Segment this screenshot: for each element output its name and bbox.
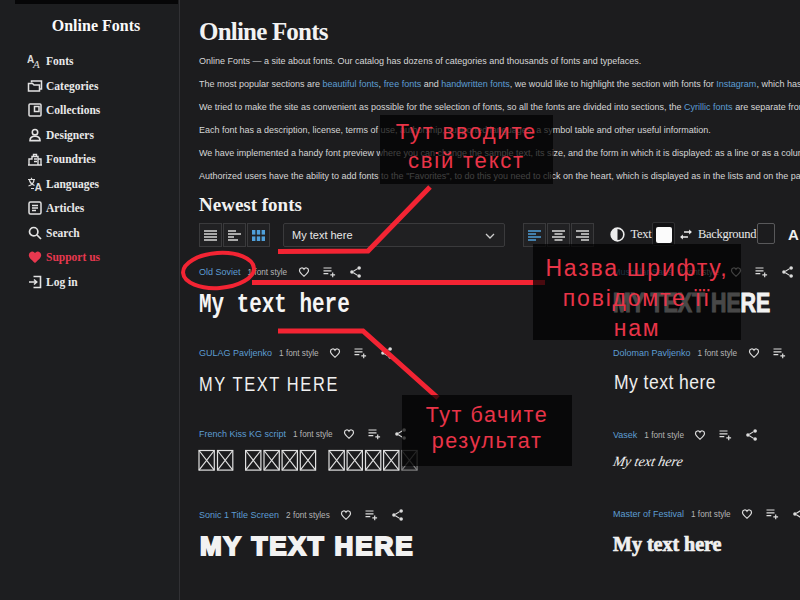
svg-text:A: A — [35, 180, 43, 192]
svg-text:A: A — [32, 58, 40, 69]
